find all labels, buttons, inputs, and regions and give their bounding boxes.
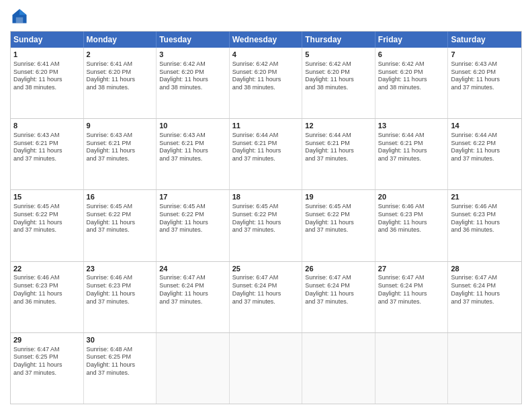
cell-info: Sunrise: 6:47 AM Sunset: 6:24 PM Dayligh…	[378, 274, 445, 306]
logo-icon	[10, 7, 29, 26]
cell-info: Sunrise: 6:46 AM Sunset: 6:23 PM Dayligh…	[451, 203, 519, 234]
cell-info: Sunrise: 6:43 AM Sunset: 6:21 PM Dayligh…	[13, 132, 81, 163]
cell-info: Sunrise: 6:42 AM Sunset: 6:20 PM Dayligh…	[378, 60, 445, 92]
calendar-row-4: 22Sunrise: 6:46 AM Sunset: 6:23 PM Dayli…	[11, 261, 521, 332]
calendar-header: SundayMondayTuesdayWednesdayThursdayFrid…	[11, 32, 521, 48]
header-day-wednesday: Wednesday	[230, 32, 303, 48]
calendar-cell-9: 9Sunrise: 6:43 AM Sunset: 6:21 PM Daylig…	[84, 119, 157, 189]
calendar-cell-16: 16Sunrise: 6:45 AM Sunset: 6:22 PM Dayli…	[84, 190, 157, 261]
cell-info: Sunrise: 6:43 AM Sunset: 6:21 PM Dayligh…	[87, 132, 154, 163]
calendar-cell-18: 18Sunrise: 6:45 AM Sunset: 6:22 PM Dayli…	[230, 190, 303, 261]
header-day-sunday: Sunday	[11, 32, 84, 48]
header-day-tuesday: Tuesday	[157, 32, 230, 48]
calendar-cell-8: 8Sunrise: 6:43 AM Sunset: 6:21 PM Daylig…	[11, 119, 84, 189]
cell-info: Sunrise: 6:45 AM Sunset: 6:22 PM Dayligh…	[305, 203, 372, 234]
day-number: 7	[451, 50, 519, 60]
day-number: 14	[451, 121, 519, 131]
header-day-thursday: Thursday	[302, 32, 375, 48]
calendar-cell-30: 30Sunrise: 6:48 AM Sunset: 6:25 PM Dayli…	[84, 333, 157, 404]
cell-info: Sunrise: 6:48 AM Sunset: 6:25 PM Dayligh…	[87, 346, 154, 377]
calendar-cell-20: 20Sunrise: 6:46 AM Sunset: 6:23 PM Dayli…	[375, 190, 449, 261]
day-number: 19	[305, 192, 372, 202]
day-number: 6	[378, 50, 445, 60]
day-number: 11	[232, 121, 300, 131]
cell-info: Sunrise: 6:47 AM Sunset: 6:24 PM Dayligh…	[232, 274, 300, 306]
cell-info: Sunrise: 6:46 AM Sunset: 6:23 PM Dayligh…	[13, 274, 81, 306]
calendar-cell-26: 26Sunrise: 6:47 AM Sunset: 6:24 PM Dayli…	[302, 262, 375, 332]
header-day-saturday: Saturday	[448, 32, 521, 48]
cell-info: Sunrise: 6:43 AM Sunset: 6:20 PM Dayligh…	[451, 60, 519, 92]
calendar-cell-7: 7Sunrise: 6:43 AM Sunset: 6:20 PM Daylig…	[448, 48, 521, 118]
calendar-cell-21: 21Sunrise: 6:46 AM Sunset: 6:23 PM Dayli…	[448, 190, 521, 261]
day-number: 25	[232, 264, 300, 274]
cell-info: Sunrise: 6:45 AM Sunset: 6:22 PM Dayligh…	[232, 203, 300, 234]
svg-rect-2	[16, 17, 24, 24]
day-number: 23	[87, 264, 154, 274]
cell-info: Sunrise: 6:41 AM Sunset: 6:20 PM Dayligh…	[13, 60, 81, 92]
calendar-cell-28: 28Sunrise: 6:47 AM Sunset: 6:24 PM Dayli…	[448, 262, 521, 332]
day-number: 22	[13, 264, 81, 274]
calendar-row-2: 8Sunrise: 6:43 AM Sunset: 6:21 PM Daylig…	[11, 118, 521, 189]
calendar-cell-29: 29Sunrise: 6:47 AM Sunset: 6:25 PM Dayli…	[11, 333, 84, 404]
day-number: 21	[451, 192, 519, 202]
header-day-monday: Monday	[84, 32, 157, 48]
svg-marker-1	[19, 9, 27, 15]
calendar-cell-empty	[230, 333, 303, 404]
calendar-cell-15: 15Sunrise: 6:45 AM Sunset: 6:22 PM Dayli…	[11, 190, 84, 261]
cell-info: Sunrise: 6:45 AM Sunset: 6:22 PM Dayligh…	[13, 203, 81, 234]
day-number: 30	[87, 335, 154, 345]
cell-info: Sunrise: 6:42 AM Sunset: 6:20 PM Dayligh…	[305, 60, 372, 92]
calendar-cell-empty	[157, 333, 230, 404]
calendar-cell-19: 19Sunrise: 6:45 AM Sunset: 6:22 PM Dayli…	[302, 190, 375, 261]
calendar-cell-25: 25Sunrise: 6:47 AM Sunset: 6:24 PM Dayli…	[230, 262, 303, 332]
day-number: 12	[305, 121, 372, 131]
day-number: 26	[305, 264, 372, 274]
cell-info: Sunrise: 6:41 AM Sunset: 6:20 PM Dayligh…	[87, 60, 154, 92]
calendar-cell-4: 4Sunrise: 6:42 AM Sunset: 6:20 PM Daylig…	[230, 48, 303, 118]
day-number: 2	[87, 50, 154, 60]
day-number: 5	[305, 50, 372, 60]
cell-info: Sunrise: 6:45 AM Sunset: 6:22 PM Dayligh…	[87, 203, 154, 234]
day-number: 8	[13, 121, 81, 131]
day-number: 24	[159, 264, 226, 274]
calendar-cell-empty	[375, 333, 449, 404]
day-number: 10	[159, 121, 226, 131]
cell-info: Sunrise: 6:47 AM Sunset: 6:24 PM Dayligh…	[451, 274, 519, 306]
cell-info: Sunrise: 6:42 AM Sunset: 6:20 PM Dayligh…	[159, 60, 226, 92]
cell-info: Sunrise: 6:47 AM Sunset: 6:24 PM Dayligh…	[159, 274, 226, 306]
calendar-cell-14: 14Sunrise: 6:44 AM Sunset: 6:22 PM Dayli…	[448, 119, 521, 189]
calendar-body: 1Sunrise: 6:41 AM Sunset: 6:20 PM Daylig…	[11, 48, 521, 404]
calendar-cell-22: 22Sunrise: 6:46 AM Sunset: 6:23 PM Dayli…	[11, 262, 84, 332]
day-number: 18	[232, 192, 300, 202]
day-number: 4	[232, 50, 300, 60]
calendar-row-1: 1Sunrise: 6:41 AM Sunset: 6:20 PM Daylig…	[11, 48, 521, 118]
cell-info: Sunrise: 6:43 AM Sunset: 6:21 PM Dayligh…	[159, 132, 226, 163]
cell-info: Sunrise: 6:44 AM Sunset: 6:21 PM Dayligh…	[305, 132, 372, 163]
calendar-cell-2: 2Sunrise: 6:41 AM Sunset: 6:20 PM Daylig…	[84, 48, 157, 118]
day-number: 3	[159, 50, 226, 60]
cell-info: Sunrise: 6:44 AM Sunset: 6:21 PM Dayligh…	[378, 132, 445, 163]
calendar-cell-1: 1Sunrise: 6:41 AM Sunset: 6:20 PM Daylig…	[11, 48, 84, 118]
page: SundayMondayTuesdayWednesdayThursdayFrid…	[0, 0, 532, 411]
calendar-cell-17: 17Sunrise: 6:45 AM Sunset: 6:22 PM Dayli…	[157, 190, 230, 261]
day-number: 29	[13, 335, 81, 345]
day-number: 1	[13, 50, 81, 60]
calendar-cell-24: 24Sunrise: 6:47 AM Sunset: 6:24 PM Dayli…	[157, 262, 230, 332]
cell-info: Sunrise: 6:46 AM Sunset: 6:23 PM Dayligh…	[87, 274, 154, 306]
day-number: 13	[378, 121, 445, 131]
calendar-cell-3: 3Sunrise: 6:42 AM Sunset: 6:20 PM Daylig…	[157, 48, 230, 118]
day-number: 9	[87, 121, 154, 131]
day-number: 15	[13, 192, 81, 202]
calendar-cell-5: 5Sunrise: 6:42 AM Sunset: 6:20 PM Daylig…	[302, 48, 375, 118]
calendar: SundayMondayTuesdayWednesdayThursdayFrid…	[10, 31, 522, 404]
calendar-cell-empty	[448, 333, 521, 404]
day-number: 28	[451, 264, 519, 274]
calendar-cell-27: 27Sunrise: 6:47 AM Sunset: 6:24 PM Dayli…	[375, 262, 449, 332]
calendar-cell-6: 6Sunrise: 6:42 AM Sunset: 6:20 PM Daylig…	[375, 48, 449, 118]
calendar-cell-10: 10Sunrise: 6:43 AM Sunset: 6:21 PM Dayli…	[157, 119, 230, 189]
calendar-cell-13: 13Sunrise: 6:44 AM Sunset: 6:21 PM Dayli…	[375, 119, 449, 189]
day-number: 27	[378, 264, 445, 274]
logo	[10, 7, 32, 26]
day-number: 17	[159, 192, 226, 202]
calendar-row-3: 15Sunrise: 6:45 AM Sunset: 6:22 PM Dayli…	[11, 189, 521, 261]
